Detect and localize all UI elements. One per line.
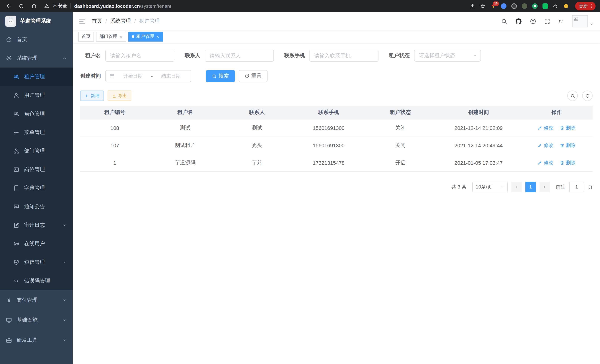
extension-icon-ring[interactable] [511, 3, 517, 9]
page-number-1[interactable]: 1 [525, 182, 536, 192]
table-header-row: 租户编号 租户名 联系人 联系手机 租户状态 创建时间 操作 [80, 106, 593, 119]
tenant-name-input[interactable] [105, 50, 174, 62]
prev-page-button[interactable] [511, 182, 522, 192]
sidebar-item-label: 字典管理 [24, 185, 45, 191]
edit-link[interactable]: 修改 [538, 124, 553, 131]
sidebar-item-audit[interactable]: 审计日志 [0, 216, 73, 234]
sidebar-item-role[interactable]: 角色管理 [0, 105, 73, 123]
edit-label: 修改 [544, 124, 553, 131]
sidebar-item-sms[interactable]: 短信管理 [0, 253, 73, 272]
edit-link[interactable]: 修改 [538, 159, 553, 166]
sidebar-item-home[interactable]: 首页 [0, 30, 73, 49]
cell-actions: 修改 删除 [521, 137, 593, 154]
extensions-puzzle-icon[interactable] [553, 3, 558, 9]
sidebar-item-errorcode[interactable]: 错误码管理 [0, 272, 73, 290]
browser-menu-icon[interactable] [589, 3, 594, 8]
sidebar-item-label: 角色管理 [24, 111, 45, 117]
tenant-table: 租户编号 租户名 联系人 联系手机 租户状态 创建时间 操作 108 测试 [80, 106, 593, 172]
sidebar-item-user[interactable]: 用户管理 [0, 86, 73, 105]
url-divider [71, 3, 71, 9]
page-size-select[interactable]: 10条/页 [472, 182, 508, 192]
sidebar-item-pay[interactable]: 支付管理 [0, 290, 73, 310]
browser-back-icon[interactable] [6, 3, 11, 9]
browser-refresh-icon[interactable] [19, 3, 24, 9]
address-bar[interactable]: 不安全 dashboard.yudao.iocoder.cn/system/te… [44, 3, 470, 9]
extension-icon-blue[interactable] [501, 3, 506, 9]
sidebar-item-system[interactable]: 系统管理 [0, 49, 73, 67]
hamburger-icon[interactable] [78, 18, 86, 25]
browser-home-icon[interactable] [31, 3, 37, 9]
refresh-table-button[interactable] [582, 91, 593, 101]
sidebar-item-post[interactable]: 岗位管理 [0, 160, 73, 179]
phone-input[interactable] [309, 50, 378, 62]
edit-label: 修改 [544, 142, 553, 149]
contact-input[interactable] [205, 50, 274, 62]
reset-button[interactable]: 重置 [239, 70, 268, 82]
sidebar-item-menu[interactable]: 菜单管理 [0, 123, 73, 142]
create-time-range-picker[interactable]: 开始日期 - 结束日期 [105, 70, 191, 82]
next-page-button[interactable] [540, 182, 550, 192]
create-time-field: 创建时间 开始日期 - 结束日期 [80, 70, 191, 82]
app-logo[interactable]: 芋道管理系统 [0, 12, 73, 30]
extension-icon-green-circle[interactable] [532, 3, 538, 9]
fullscreen-icon[interactable] [544, 18, 550, 24]
sidebar-item-online[interactable]: 在线用户 [0, 234, 73, 253]
avatar[interactable] [572, 15, 594, 27]
breadcrumb-system[interactable]: 系统管理 [110, 18, 131, 25]
table-row: 108 测试 测试 15601691300 关闭 2021-12-14 21:0… [80, 119, 593, 137]
sidebar-item-devtools[interactable]: 研发工具 [0, 330, 73, 350]
tab-home[interactable]: 首页 [78, 32, 94, 41]
total-count: 共 3 条 [451, 184, 466, 190]
browser-toolbar-right: 10 更新 [470, 2, 596, 10]
bookmark-star-icon[interactable] [480, 3, 486, 9]
close-icon[interactable] [156, 35, 159, 38]
delete-link[interactable]: 删除 [560, 159, 575, 166]
sidebar-item-label: 菜单管理 [24, 129, 45, 136]
phone-label: 联系手机 [284, 52, 305, 59]
header-search-icon[interactable] [501, 18, 507, 24]
sidebar-item-infra[interactable]: 基础设施 [0, 310, 73, 330]
tab-dept[interactable]: 部门管理 [96, 32, 126, 41]
export-button[interactable]: 导出 [108, 91, 131, 101]
dashboard-icon [6, 37, 12, 43]
col-actions: 操作 [521, 106, 593, 119]
add-button[interactable]: 新增 [80, 91, 104, 101]
delete-link[interactable]: 删除 [560, 124, 575, 131]
cell-tenant-name: 测试 [149, 119, 221, 137]
extension-icon-dots[interactable]: 10 [490, 3, 496, 9]
font-size-icon[interactable]: TT [558, 18, 564, 24]
status-select-placeholder: 请选择租户状态 [419, 52, 455, 59]
col-created: 创建时间 [436, 106, 521, 119]
update-button[interactable]: 更新 [575, 2, 596, 10]
contact-label: 联系人 [185, 52, 200, 59]
app-header: 首页 / 系统管理 / 租户管理 TT [73, 12, 600, 30]
search-button[interactable]: 搜索 [206, 70, 235, 82]
share-icon[interactable] [470, 3, 475, 9]
header-actions: TT [501, 15, 594, 27]
goto-page-input[interactable] [569, 182, 584, 192]
github-icon[interactable] [515, 18, 522, 25]
extension-icon-smiley[interactable] [563, 3, 569, 9]
cell-status: 关闭 [365, 137, 436, 154]
sidebar-item-tenant[interactable]: 租户管理 [0, 67, 73, 86]
sidebar-item-notice[interactable]: 通知公告 [0, 197, 73, 216]
rabbit-logo-icon [6, 16, 16, 26]
toggle-search-button[interactable] [567, 91, 578, 101]
sidebar-item-dept[interactable]: 部门管理 [0, 142, 73, 160]
tab-tenant[interactable]: 租户管理 [128, 32, 163, 41]
breadcrumb-home[interactable]: 首页 [92, 18, 102, 25]
cell-phone: 17321315478 [293, 154, 365, 171]
edit-label: 修改 [544, 159, 553, 166]
help-icon[interactable] [530, 18, 536, 24]
cell-tenant-id: 108 [80, 119, 149, 137]
sidebar-item-label: 基础设施 [17, 317, 38, 324]
svg-text:T: T [561, 19, 564, 24]
extension-icon-olive[interactable] [522, 3, 527, 9]
sidebar-item-dict[interactable]: 字典管理 [0, 179, 73, 197]
status-select[interactable]: 请选择租户状态 [414, 50, 481, 62]
edit-link[interactable]: 修改 [538, 142, 553, 149]
add-button-label: 新增 [91, 93, 99, 99]
extension-icon-green-square[interactable] [543, 3, 548, 9]
close-icon[interactable] [119, 35, 123, 38]
delete-link[interactable]: 删除 [560, 142, 575, 149]
